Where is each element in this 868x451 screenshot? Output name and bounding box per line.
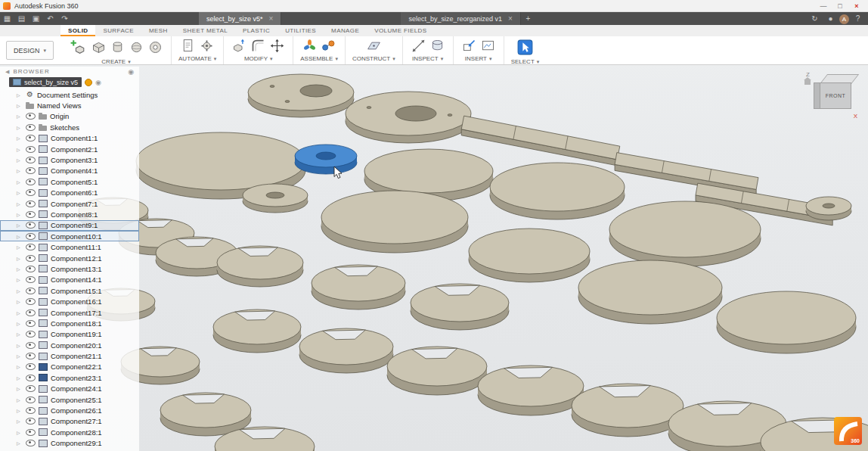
viewport-part[interactable]: [490, 163, 625, 219]
browser-item-component7-1[interactable]: ▷Component7:1: [0, 198, 139, 209]
visibility-eye-icon[interactable]: [26, 320, 36, 327]
browser-item-sketches[interactable]: ▷Sketches: [0, 122, 139, 132]
viewport-part[interactable]: [160, 393, 251, 436]
browser-item-component13-1[interactable]: ▷Component13:1: [0, 263, 139, 274]
viewport-part[interactable]: [312, 265, 405, 309]
sphere-button[interactable]: [128, 39, 145, 56]
visibility-eye-icon[interactable]: [26, 167, 36, 174]
close-tab-icon[interactable]: ×: [269, 14, 274, 23]
ribbon-tab-sheet-metal[interactable]: SHEET METAL: [175, 25, 235, 36]
modify-menu[interactable]: MODIFY▾: [244, 54, 273, 64]
browser-item-component23-1[interactable]: ▷Component23:1: [0, 372, 139, 383]
inspect-menu[interactable]: INSPECT▾: [412, 54, 443, 64]
ribbon-tab-volume-fields[interactable]: VOLUME FIELDS: [367, 25, 434, 36]
expand-arrow-icon[interactable]: ▷: [17, 331, 23, 337]
ribbon-tab-utilities[interactable]: UTILITIES: [277, 25, 324, 36]
browser-item-component17-1[interactable]: ▷Component17:1: [0, 307, 139, 318]
visibility-eye-icon[interactable]: [26, 211, 36, 218]
browser-item-component29-1[interactable]: ▷Component29:1: [0, 438, 139, 449]
move-copy-button[interactable]: [268, 37, 286, 54]
undo-icon[interactable]: ↶: [43, 12, 57, 25]
browser-item-component25-1[interactable]: ▷Component25:1: [0, 394, 139, 405]
browser-item-component2-1[interactable]: ▷Component2:1: [0, 144, 139, 154]
viewport-part[interactable]: [411, 284, 509, 330]
automate-menu[interactable]: AUTOMATE▾: [178, 54, 216, 64]
viewcube-home-icon[interactable]: [804, 80, 811, 85]
browser-item-named-views[interactable]: ▷Named Views: [0, 100, 139, 110]
expand-arrow-icon[interactable]: ▷: [17, 222, 23, 228]
minimize-button[interactable]: —: [815, 1, 832, 11]
visibility-eye-icon[interactable]: [26, 331, 36, 337]
visibility-eye-icon[interactable]: [26, 298, 36, 305]
collapse-panel-icon[interactable]: ◀: [5, 69, 9, 75]
viewport-part[interactable]: [213, 309, 301, 353]
viewport-part[interactable]: [248, 74, 354, 117]
viewport-part[interactable]: [578, 260, 722, 324]
browser-item-component4-1[interactable]: ▷Component4:1: [0, 166, 139, 176]
visibility-eye-icon[interactable]: [26, 407, 36, 414]
expand-arrow-icon[interactable]: ▷: [17, 147, 23, 152]
visibility-eye-icon[interactable]: [26, 233, 36, 240]
ribbon-tab-mesh[interactable]: MESH: [141, 25, 175, 36]
visibility-eye-icon[interactable]: [26, 363, 36, 370]
viewport-part[interactable]: [321, 191, 468, 253]
expand-arrow-icon[interactable]: ▷: [17, 212, 23, 217]
browser-item-component3-1[interactable]: ▷Component3:1: [0, 154, 139, 165]
ribbon-tab-plastic[interactable]: PLASTIC: [235, 25, 277, 36]
viewcube[interactable]: Z FRONT X: [809, 71, 859, 118]
visibility-eye-icon[interactable]: [26, 113, 36, 120]
browser-item-component22-1[interactable]: ▷Component22:1: [0, 362, 139, 372]
browser-item-component26-1[interactable]: ▷Component26:1: [0, 405, 139, 415]
canvas-button[interactable]: [479, 37, 497, 54]
browser-item-document-settings[interactable]: ▷⚙Document Settings: [0, 89, 139, 100]
close-button[interactable]: ×: [848, 1, 865, 11]
viewport-part[interactable]: [217, 246, 303, 287]
expand-arrow-icon[interactable]: ▷: [17, 125, 23, 130]
create-menu[interactable]: CREATE▾: [101, 58, 130, 67]
expand-arrow-icon[interactable]: ▷: [17, 364, 23, 369]
maximize-button[interactable]: □: [832, 1, 848, 11]
browser-item-component6-1[interactable]: ▷Component6:1: [0, 188, 139, 198]
job-status-icon[interactable]: ↻: [808, 14, 822, 23]
visibility-eye-icon[interactable]: [26, 146, 36, 153]
selection-set-icon[interactable]: ◉: [95, 79, 101, 86]
browser-item-origin[interactable]: ▷Origin: [0, 111, 139, 122]
visibility-eye-icon[interactable]: [26, 429, 36, 436]
browser-item-component9-1[interactable]: ▷Component9:1: [0, 220, 139, 231]
viewport-part[interactable]: [572, 384, 684, 437]
document-tab-1[interactable]: select_by_size v5*×: [199, 12, 281, 25]
app-grid-icon[interactable]: ▦: [0, 12, 14, 25]
browser-item-component5-1[interactable]: ▷Component5:1: [0, 176, 139, 187]
automation-button[interactable]: [198, 37, 215, 54]
expand-arrow-icon[interactable]: ▷: [17, 266, 23, 272]
user-avatar[interactable]: A: [839, 14, 849, 24]
visibility-eye-icon[interactable]: [26, 385, 36, 392]
visibility-eye-icon[interactable]: [26, 353, 36, 359]
expand-arrow-icon[interactable]: ▷: [17, 103, 23, 108]
expand-arrow-icon[interactable]: ▷: [17, 321, 23, 326]
visibility-eye-icon[interactable]: [26, 201, 36, 207]
expand-arrow-icon[interactable]: ▷: [17, 408, 23, 413]
viewport-part-selected[interactable]: [295, 145, 357, 174]
visibility-eye-icon[interactable]: [26, 266, 36, 272]
browser-item-component16-1[interactable]: ▷Component16:1: [0, 296, 139, 306]
display-filter-icon[interactable]: ◉: [128, 68, 134, 76]
browser-item-component20-1[interactable]: ▷Component20:1: [0, 340, 139, 350]
expand-arrow-icon[interactable]: ▷: [17, 201, 23, 207]
browser-item-component15-1[interactable]: ▷Component15:1: [0, 285, 139, 296]
visibility-eye-icon[interactable]: [26, 255, 36, 262]
expand-arrow-icon[interactable]: ▷: [17, 114, 23, 119]
visibility-eye-icon[interactable]: [26, 276, 36, 283]
visibility-eye-icon[interactable]: [26, 418, 36, 425]
help-icon[interactable]: ?: [851, 14, 865, 23]
ribbon-tab-manage[interactable]: MANAGE: [324, 25, 367, 36]
viewport-part[interactable]: [806, 197, 851, 220]
expand-arrow-icon[interactable]: ▷: [17, 234, 23, 239]
add-tab-button[interactable]: +: [521, 12, 535, 25]
expand-arrow-icon[interactable]: ▷: [17, 418, 23, 424]
scripts-button[interactable]: [179, 37, 197, 54]
visibility-eye-icon[interactable]: [26, 157, 36, 163]
viewport-part[interactable]: [478, 365, 584, 415]
expand-arrow-icon[interactable]: ▷: [17, 288, 23, 294]
viewport-part[interactable]: [717, 291, 856, 353]
